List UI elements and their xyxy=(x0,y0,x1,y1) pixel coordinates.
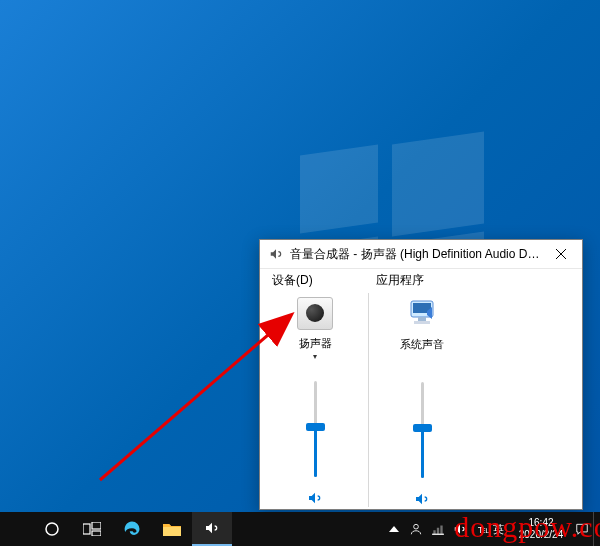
file-explorer-button[interactable] xyxy=(152,512,192,546)
svg-rect-6 xyxy=(83,524,90,534)
speaker-volume-slider[interactable] xyxy=(300,381,330,477)
system-volume-slider[interactable] xyxy=(407,382,437,478)
volume-icon[interactable] xyxy=(449,512,471,546)
date: 2020/2/24 xyxy=(511,529,571,541)
speaker-name: 扬声器 xyxy=(299,336,332,351)
channel-speaker: 扬声器 ▾ xyxy=(266,293,364,507)
separator xyxy=(368,293,369,507)
cortana-button[interactable] xyxy=(32,512,72,546)
svg-rect-3 xyxy=(414,321,430,324)
channel-system-sounds: 系统声音 ▾ xyxy=(373,293,471,507)
close-button[interactable] xyxy=(542,240,580,268)
window-title: 音量合成器 - 扬声器 (High Definition Audio Devic… xyxy=(290,246,542,263)
taskbar: ℡ 英 16:42 2020/2/24 xyxy=(0,512,600,546)
show-desktop-button[interactable] xyxy=(593,512,600,546)
task-view-button[interactable] xyxy=(72,512,112,546)
ime-indicator[interactable]: ℡ 英 xyxy=(471,522,511,537)
device-label: 设备(D) xyxy=(272,272,376,289)
speaker-mute-button[interactable] xyxy=(305,489,325,507)
tray-overflow-button[interactable] xyxy=(383,512,405,546)
action-center-button[interactable] xyxy=(571,512,593,546)
speaker-icon xyxy=(268,246,284,262)
system-tray: ℡ 英 16:42 2020/2/24 xyxy=(383,512,600,546)
system-sounds-name: 系统声音 xyxy=(400,337,444,352)
svg-point-9 xyxy=(414,524,419,529)
section-labels: 设备(D) 应用程序 xyxy=(260,269,582,291)
edge-browser-button[interactable] xyxy=(112,512,152,546)
system-mute-button[interactable] xyxy=(412,490,432,508)
chevron-down-icon[interactable]: ▾ xyxy=(313,352,317,361)
system-sounds-icon[interactable] xyxy=(405,297,439,331)
apps-label: 应用程序 xyxy=(376,272,582,289)
svg-point-5 xyxy=(46,523,58,535)
speaker-device-icon[interactable] xyxy=(297,297,333,330)
volume-mixer-taskbar-button[interactable] xyxy=(192,512,232,546)
time: 16:42 xyxy=(511,517,571,529)
clock[interactable]: 16:42 2020/2/24 xyxy=(511,517,571,541)
svg-rect-2 xyxy=(418,317,426,321)
network-icon[interactable] xyxy=(427,512,449,546)
people-icon[interactable] xyxy=(405,512,427,546)
svg-rect-7 xyxy=(92,522,101,529)
titlebar[interactable]: 音量合成器 - 扬声器 (High Definition Audio Devic… xyxy=(260,240,582,269)
desktop: 音量合成器 - 扬声器 (High Definition Audio Devic… xyxy=(0,0,600,546)
svg-rect-8 xyxy=(92,531,101,536)
volume-mixer-window: 音量合成器 - 扬声器 (High Definition Audio Devic… xyxy=(259,239,583,510)
